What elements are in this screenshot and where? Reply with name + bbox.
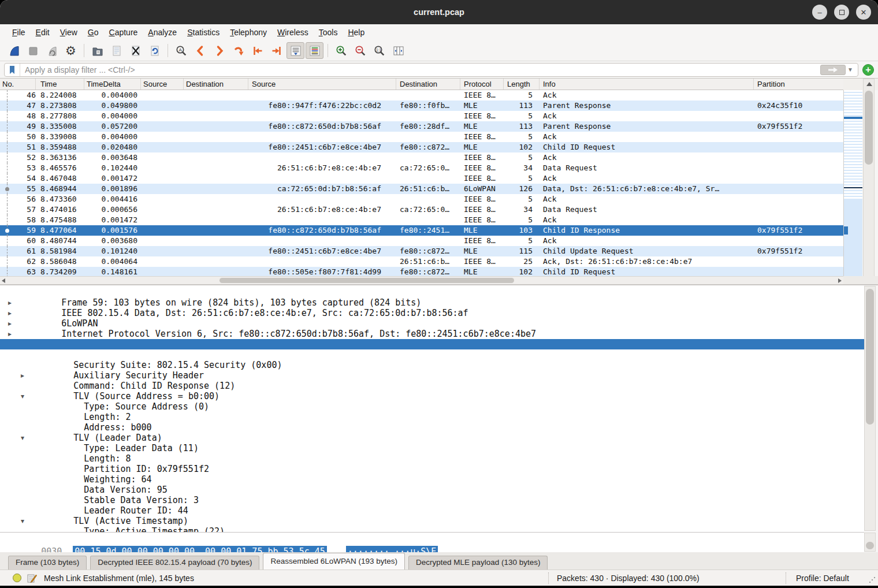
detail-row[interactable]: ▾TLV (Source Address = b0:00) <box>0 381 864 391</box>
detail-row[interactable]: ▾TLV (Active Timestamp) <box>0 505 864 516</box>
detail-row[interactable]: Data Version: 95 <box>0 474 864 485</box>
packet-row[interactable]: 57 8.474016 0.000656 26:51:c6:b7:e8:ce:4… <box>0 204 843 215</box>
zoom-in-button[interactable] <box>332 42 350 59</box>
packet-row[interactable]: 58 8.475488 0.001472 IEEE 8… 5 Ack <box>0 215 843 225</box>
column-header[interactable]: Partition <box>754 79 843 90</box>
start-capture-button[interactable] <box>5 42 23 59</box>
packet-row[interactable]: 51 8.359488 0.020480 fe80::2451:c6b7:e8c… <box>0 142 843 152</box>
byte-view-tab[interactable]: Frame (103 bytes) <box>8 556 87 570</box>
menu-item[interactable]: Telephony <box>225 26 272 39</box>
packet-minimap[interactable] <box>843 90 862 276</box>
menu-item[interactable]: Analyze <box>143 26 182 39</box>
detail-row[interactable]: ▸Frame 59: 103 bytes on wire (824 bits),… <box>0 287 864 297</box>
packet-list-hscrollbar[interactable] <box>0 276 843 284</box>
column-header[interactable]: Destination <box>396 79 460 90</box>
go-back-button[interactable] <box>191 42 209 59</box>
menu-item[interactable]: View <box>55 26 83 39</box>
colorize-button[interactable] <box>306 42 323 59</box>
filter-bookmark-button[interactable] <box>5 64 20 76</box>
add-filter-button[interactable]: + <box>862 64 874 76</box>
scroll-thumb[interactable] <box>866 542 874 549</box>
byte-view-tab[interactable]: Decrypted IEEE 802.15.4 payload (70 byte… <box>90 556 259 570</box>
detail-row[interactable]: ▸User Datagram Protocol, Src Port: 19788… <box>0 329 864 339</box>
detail-row[interactable]: ▾TLV (Leader Data) <box>0 422 864 433</box>
menu-item[interactable]: Go <box>83 26 104 39</box>
minimize-button[interactable]: – <box>812 5 827 20</box>
detail-row[interactable]: Type: Source Address (0) <box>0 391 864 401</box>
scroll-up-arrow[interactable] <box>866 82 872 86</box>
menu-item[interactable]: File <box>7 26 31 39</box>
expert-info-icon[interactable] <box>13 574 21 582</box>
packet-row[interactable]: 53 8.465576 0.102440 26:51:c6:b7:e8:ce:4… <box>0 163 843 173</box>
menu-item[interactable]: Capture <box>104 26 143 39</box>
capture-comment-icon[interactable] <box>27 573 37 585</box>
hscroll-thumb[interactable] <box>220 278 514 283</box>
detail-row[interactable]: ▸Internet Protocol Version 6, Src: fe80:… <box>0 318 864 329</box>
first-packet-button[interactable] <box>248 42 266 59</box>
column-header[interactable]: Time <box>36 79 84 90</box>
detail-row[interactable]: Stable Data Version: 3 <box>0 485 864 495</box>
packet-list-vscrollbar[interactable] <box>863 79 875 284</box>
packet-row[interactable]: 59 8.477064 0.001576 fe80::c872:650d:b7b… <box>0 225 843 236</box>
packet-row[interactable]: 49 8.335008 0.057200 fe80::c872:650d:b7b… <box>0 121 843 132</box>
filter-dropdown-chevron[interactable]: ▼ <box>847 66 853 73</box>
column-header[interactable]: No. <box>0 79 36 90</box>
detail-row[interactable]: Partition ID: 0x79f551f2 <box>0 453 864 464</box>
detail-vscrollbar[interactable] <box>864 286 876 531</box>
apply-filter-button[interactable] <box>820 65 846 75</box>
packet-row[interactable]: 52 8.363136 0.003648 IEEE 8… 5 Ack <box>0 152 843 163</box>
scroll-right-arrow[interactable] <box>838 278 842 283</box>
menu-item[interactable]: Edit <box>31 26 55 39</box>
detail-row[interactable]: Type: Active Timestamp (22) <box>0 516 864 526</box>
maximize-button[interactable] <box>834 5 849 20</box>
detail-row[interactable]: Length: 2 <box>0 401 864 412</box>
scroll-thumb[interactable] <box>865 91 873 165</box>
detail-row[interactable]: ▸IEEE 802.15.4 Data, Dst: 26:51:c6:b7:e8… <box>0 297 864 308</box>
detail-row[interactable]: Type: Leader Data (11) <box>0 433 864 443</box>
column-header[interactable]: Source <box>141 79 184 90</box>
scroll-thumb[interactable] <box>866 289 874 425</box>
byte-view-tab[interactable]: Reassembled 6LoWPAN (193 bytes) <box>263 553 405 570</box>
detail-row[interactable]: Leader Router ID: 44 <box>0 495 864 505</box>
detail-row[interactable]: Length: 8 <box>0 443 864 453</box>
detail-row[interactable]: ▸Auxiliary Security Header <box>0 360 864 370</box>
hex-vscrollbar[interactable] <box>864 533 876 552</box>
status-profile[interactable]: Profile: Default <box>796 574 849 583</box>
last-packet-button[interactable] <box>267 42 285 59</box>
find-packet-button[interactable]: A <box>172 42 190 59</box>
packet-row[interactable]: 47 8.273808 0.049800 fe80::947f:f476:22b… <box>0 101 843 111</box>
detail-row[interactable]: ▾Mesh Link Establishment <box>0 339 864 349</box>
display-filter-input[interactable] <box>20 65 820 75</box>
packet-row[interactable]: 50 8.339008 0.004000 IEEE 8… 5 Ack <box>0 132 843 142</box>
byte-view-tab[interactable]: Decrypted MLE payload (130 bytes) <box>408 556 548 570</box>
column-header[interactable]: Length <box>504 79 540 90</box>
zoom-original-button[interactable]: 1:1 <box>370 42 388 59</box>
packet-row[interactable]: 54 8.467048 0.001472 IEEE 8… 5 Ack <box>0 173 843 184</box>
detail-row[interactable]: Address: b000 <box>0 412 864 422</box>
detail-row[interactable]: Weighting: 64 <box>0 464 864 474</box>
menu-item[interactable]: Help <box>343 26 370 39</box>
column-header[interactable]: Destination <box>184 79 248 90</box>
capture-options-button[interactable]: ⚙ <box>62 42 80 59</box>
go-to-packet-button[interactable] <box>229 42 247 59</box>
column-header[interactable]: Protocol <box>460 79 504 90</box>
column-header[interactable]: Info <box>540 79 754 90</box>
menu-item[interactable]: Wireless <box>272 26 314 39</box>
packet-row[interactable]: 60 8.480744 0.003680 IEEE 8… 5 Ack <box>0 236 843 246</box>
detail-row[interactable]: Length: 8 <box>0 526 864 532</box>
packet-row[interactable]: 63 8.734209 0.148161 fe80::505e:f807:7f8… <box>0 267 843 276</box>
detail-row[interactable]: Command: Child ID Response (12) <box>0 370 864 381</box>
detail-row[interactable]: ▸6LoWPAN <box>0 308 864 318</box>
column-header[interactable]: TimeDelta <box>84 79 141 90</box>
scroll-left-arrow[interactable] <box>2 278 5 283</box>
menu-item[interactable]: Tools <box>314 26 343 39</box>
column-header[interactable]: Source <box>248 79 396 90</box>
packet-row[interactable]: 46 8.224008 0.004000 IEEE 8… 5 Ack <box>0 90 843 101</box>
packet-row[interactable]: 61 8.581984 0.101240 fe80::2451:c6b7:e8c… <box>0 246 843 256</box>
resize-columns-button[interactable] <box>389 42 407 59</box>
stop-capture-button[interactable] <box>24 42 42 59</box>
close-button[interactable]: ✕ <box>856 5 871 20</box>
hex-dump-pane[interactable]: 003000 15 0d 00 00 00 00 00 00 00 01 75 … <box>0 532 864 552</box>
packet-row[interactable]: 62 8.586048 0.004064 26:51:c6:b… IEEE 8…… <box>0 256 843 267</box>
open-file-button[interactable] <box>88 42 106 59</box>
